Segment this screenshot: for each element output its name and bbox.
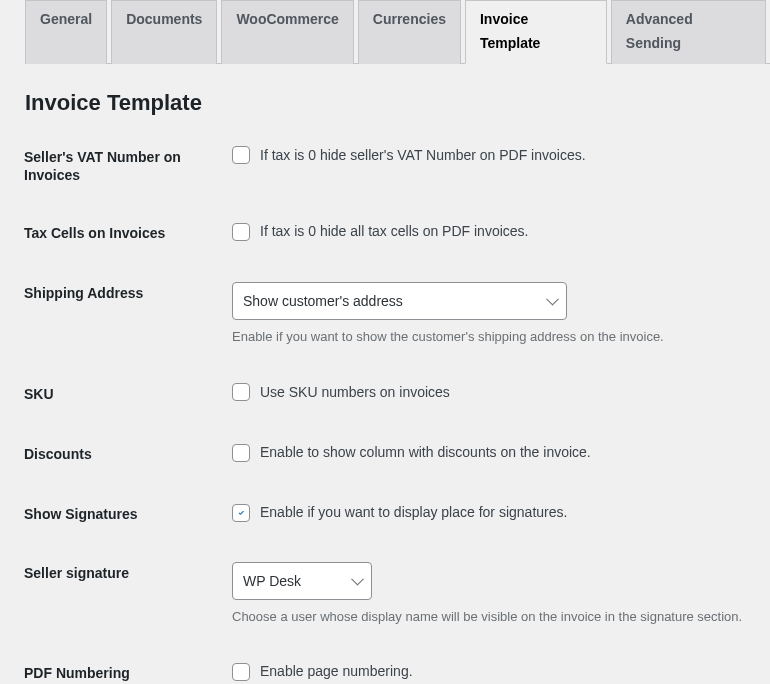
row-label-sku: SKU [12, 365, 222, 425]
row-label-signatures: Show Signatures [12, 485, 222, 543]
shipping-desc: Enable if you want to show the customer'… [232, 328, 770, 346]
row-label-seller-sig: Seller signature [12, 544, 222, 644]
sku-checkbox-label[interactable]: Use SKU numbers on invoices [232, 383, 450, 403]
discounts-checkbox-label[interactable]: Enable to show column with discounts on … [232, 443, 591, 463]
sku-checkbox[interactable] [232, 383, 250, 401]
tax-cells-text: If tax is 0 hide all tax cells on PDF in… [260, 222, 528, 242]
row-label-pdf-num: PDF Numbering [12, 644, 222, 684]
row-label-shipping: Shipping Address [12, 264, 222, 364]
vat-text: If tax is 0 hide seller's VAT Number on … [260, 146, 586, 166]
seller-sig-desc: Choose a user whose display name will be… [232, 608, 770, 626]
vat-checkbox-label[interactable]: If tax is 0 hide seller's VAT Number on … [232, 146, 586, 166]
signatures-checkbox-label[interactable]: Enable if you want to display place for … [232, 503, 567, 523]
vat-checkbox[interactable] [232, 146, 250, 164]
tab-advanced-sending[interactable]: Advanced Sending [611, 0, 766, 64]
tab-invoice-template[interactable]: Invoice Template [465, 0, 607, 64]
tax-cells-checkbox[interactable] [232, 223, 250, 241]
tab-general[interactable]: General [25, 0, 107, 64]
tab-woocommerce[interactable]: WooCommerce [221, 0, 353, 64]
pdf-num-text: Enable page numbering. [260, 662, 413, 682]
row-label-tax-cells: Tax Cells on Invoices [12, 204, 222, 264]
signatures-text: Enable if you want to display place for … [260, 503, 567, 523]
row-label-discounts: Discounts [12, 425, 222, 485]
discounts-text: Enable to show column with discounts on … [260, 443, 591, 463]
shipping-select[interactable]: Show customer's address [232, 282, 567, 320]
tab-documents[interactable]: Documents [111, 0, 217, 64]
settings-form: Seller's VAT Number on Invoices If tax i… [12, 128, 770, 684]
discounts-checkbox[interactable] [232, 444, 250, 462]
seller-sig-select-wrap: WP Desk [232, 562, 372, 600]
seller-sig-select[interactable]: WP Desk [232, 562, 372, 600]
settings-tabs: General Documents WooCommerce Currencies… [25, 0, 770, 64]
shipping-select-wrap: Show customer's address [232, 282, 567, 320]
signatures-checkbox[interactable] [232, 504, 250, 522]
pdf-num-checkbox[interactable] [232, 663, 250, 681]
tab-currencies[interactable]: Currencies [358, 0, 461, 64]
sku-text: Use SKU numbers on invoices [260, 383, 450, 403]
tax-cells-checkbox-label[interactable]: If tax is 0 hide all tax cells on PDF in… [232, 222, 528, 242]
pdf-num-checkbox-label[interactable]: Enable page numbering. [232, 662, 413, 682]
section-title: Invoice Template [25, 90, 770, 116]
row-label-vat: Seller's VAT Number on Invoices [12, 128, 222, 204]
